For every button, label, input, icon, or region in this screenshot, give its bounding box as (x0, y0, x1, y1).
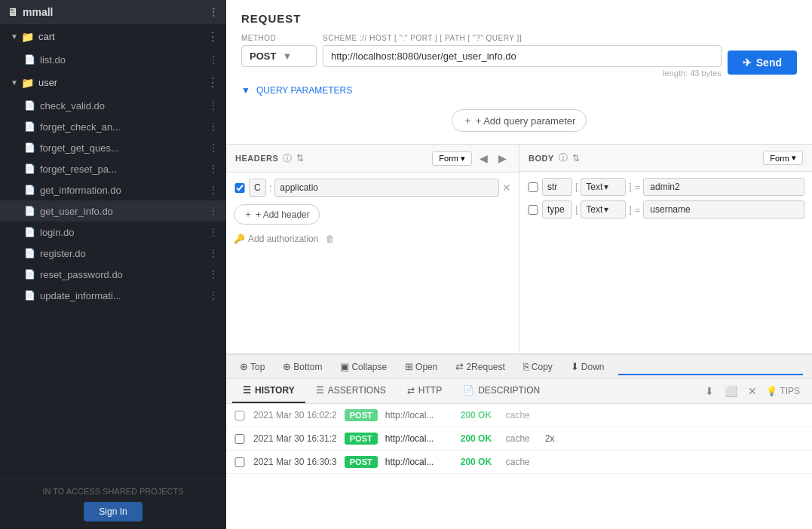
close-icon[interactable]: ✕ (745, 384, 760, 399)
url-length: length: 43 bytes (323, 69, 722, 78)
tab-http[interactable]: ⇄ HTTP (397, 379, 452, 403)
headers-nav-left-icon[interactable]: ◀ (476, 151, 491, 166)
toolbar-2request-button[interactable]: ⇄ 2Request (448, 358, 512, 375)
down-icon: ⬇ (571, 361, 579, 372)
headers-nav-right-icon[interactable]: ▶ (495, 151, 510, 166)
bottom-toolbar: ⊕ Top ⊕ Bottom ▣ Collapse ⊞ Open ⇄ 2Requ… (226, 353, 812, 378)
body-form-button[interactable]: Form ▾ (763, 151, 803, 165)
toolbar-bottom-button[interactable]: ⊕ Bottom (275, 358, 329, 375)
query-params-bar[interactable]: ▼ QUERY PARAMETERS (241, 81, 797, 100)
header-checkbox[interactable] (234, 183, 246, 193)
add-header-button[interactable]: ＋ + Add header (234, 204, 320, 225)
tips-link[interactable]: 💡 TIPS (760, 383, 806, 399)
file-login[interactable]: 📄 login.do ⋮ (0, 222, 226, 243)
file-get-information[interactable]: 📄 get_information.do ⋮ (0, 179, 226, 200)
tab-history[interactable]: ☰ HISTORY (232, 379, 305, 403)
toolbar-open-label: Open (415, 362, 437, 372)
file-icon: 📄 (24, 100, 35, 111)
maximize-icon[interactable]: ⬜ (722, 384, 740, 399)
http-tab-icon: ⇄ (407, 385, 415, 396)
body-checkbox-1[interactable] (527, 182, 539, 192)
history-checkbox[interactable] (234, 457, 246, 467)
headers-form-button[interactable]: Form ▾ (432, 151, 472, 166)
file-get-user-info[interactable]: 📄 get_user_info.do ⋮ (0, 200, 226, 222)
history-checkbox[interactable] (234, 434, 246, 444)
file-forget-get[interactable]: 📄 forget_get_ques... ⋮ (0, 137, 226, 158)
history-status: 200 OK (461, 457, 498, 467)
toolbar-copy-label: Copy (532, 362, 553, 372)
toolbar-collapse-label: Collapse (351, 362, 387, 372)
history-checkbox[interactable] (234, 411, 246, 420)
file-icon: 📄 (24, 290, 35, 301)
folder-header-user[interactable]: ▼ 📁 user ⋮ (0, 70, 226, 95)
text-type-dropdown-2[interactable]: Text ▾ (581, 200, 626, 219)
file-actions: ⋮ (208, 121, 219, 133)
toolbar-2request-label: 2Request (466, 362, 504, 372)
sort-icon-body[interactable]: ⇅ (572, 153, 580, 164)
history-row[interactable]: 2021 Mar 30 16:02:2 POST http://local...… (226, 404, 812, 427)
body-type-1: str (542, 178, 572, 196)
header-value: applicatio (274, 179, 499, 197)
file-update-info[interactable]: 📄 update_informati... ⋮ (0, 285, 226, 306)
body-type-2: type (542, 200, 572, 219)
toolbar-collapse-button[interactable]: ▣ Collapse (332, 358, 394, 375)
headers-panel-content: C : applicatio ✕ ＋ + Add header 🔑 Add au… (226, 173, 519, 353)
headers-form-label: Form (439, 154, 458, 163)
toolbar-copy-button[interactable]: ⎘ Copy (516, 358, 560, 375)
file-reset-password[interactable]: 📄 reset_password.do ⋮ (0, 264, 226, 285)
file-register[interactable]: 📄 register.do ⋮ (0, 243, 226, 264)
method-group: METHOD POST ▼ (241, 34, 317, 67)
remove-header-icon[interactable]: ✕ (502, 182, 511, 194)
file-forget-reset[interactable]: 📄 forget_reset_pa... ⋮ (0, 158, 226, 179)
history-row[interactable]: 2021 Mar 30 16:31:2 POST http://local...… (226, 427, 812, 451)
body-value-input-2[interactable] (643, 200, 804, 219)
file-forget-check[interactable]: 📄 forget_check_an... ⋮ (0, 116, 226, 137)
headers-panel: HEADERS ⓘ ⇅ Form ▾ ◀ ▶ C : applicatio ✕ (226, 145, 519, 353)
body-row-2: type [ Text ▾ ] = (527, 200, 804, 219)
add-auth-link[interactable]: 🔑 Add authorization 🗑 (234, 231, 511, 247)
body-value-input-1[interactable] (643, 178, 804, 196)
add-header-label: + Add header (256, 209, 310, 220)
add-query-label: + Add query parameter (476, 115, 576, 127)
history-cache: cache (506, 410, 530, 420)
info-icon: ⓘ (283, 152, 292, 165)
file-check-valid[interactable]: 📄 check_valid.do ⋮ (0, 95, 226, 116)
file-icon: 📄 (24, 185, 35, 195)
history-cache: cache (506, 457, 530, 467)
send-button[interactable]: ✈ Send (728, 50, 797, 75)
headers-body-container: HEADERS ⓘ ⇅ Form ▾ ◀ ▶ C : applicatio ✕ (226, 145, 812, 353)
folder-header-cart[interactable]: ▼ 📁 cart ⋮ (0, 24, 226, 49)
text-type-dropdown-1[interactable]: Text ▾ (581, 178, 626, 196)
equals-sign: = (635, 182, 641, 193)
history-row[interactable]: 2021 Mar 30 16:30:3 POST http://local...… (226, 451, 812, 474)
download-icon[interactable]: ⬇ (702, 384, 717, 399)
toolbar-open-button[interactable]: ⊞ Open (397, 358, 445, 375)
bracket-open: [ (575, 182, 578, 192)
sign-in-button[interactable]: Sign In (84, 502, 142, 521)
url-input[interactable] (323, 45, 722, 67)
body-panel-content: str [ Text ▾ ] = type [ Text (519, 172, 812, 353)
sidebar-root-label: mmall (23, 6, 53, 18)
lock-icon: 🔑 (234, 234, 245, 244)
method-select[interactable]: POST ▼ (241, 45, 317, 67)
file-actions: ⋮ (208, 226, 219, 238)
sidebar: 🖥 mmall ⋮ ▼ 📁 cart ⋮ 📄 list.do ⋮ ▼ 📁 use… (0, 0, 226, 529)
query-params-label: QUERY PARAMETERS (256, 85, 352, 96)
tab-assertions[interactable]: ☰ ASSERTIONS (305, 379, 397, 403)
toolbar-down-button[interactable]: ⬇ Down (563, 358, 612, 375)
history-status: 200 OK (461, 410, 498, 420)
history-date: 2021 Mar 30 16:31:2 (253, 433, 337, 444)
method-badge: POST (345, 456, 378, 468)
sidebar-root-mmall[interactable]: 🖥 mmall ⋮ (0, 0, 226, 24)
toolbar-top-button[interactable]: ⊕ Top (232, 358, 272, 375)
headers-title: HEADERS (235, 154, 278, 163)
tab-description[interactable]: 📄 DESCRIPTION (452, 379, 550, 403)
file-list-do[interactable]: 📄 list.do ⋮ (0, 49, 226, 70)
request-title: REQUEST (241, 12, 797, 25)
add-query-param-button[interactable]: ＋ + Add query parameter (452, 109, 587, 132)
history-url: http://local... (385, 410, 453, 420)
sort-icon[interactable]: ⇅ (296, 153, 304, 164)
folder-icon-cart: 📁 (21, 31, 34, 43)
body-checkbox-2[interactable] (527, 205, 539, 215)
body-row-1: str [ Text ▾ ] = (527, 178, 804, 196)
